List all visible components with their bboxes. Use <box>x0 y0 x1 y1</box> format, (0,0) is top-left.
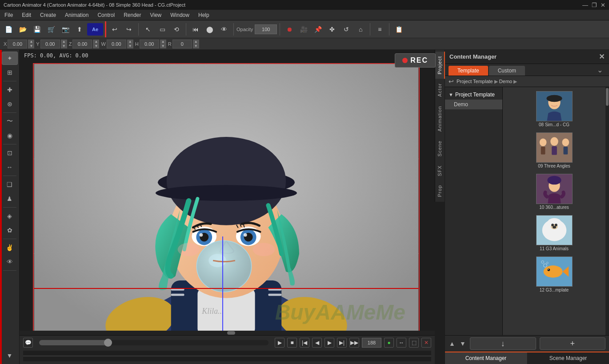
scroll-down-btn[interactable]: ▼ <box>459 340 466 347</box>
move-btn[interactable]: ✤ <box>325 23 339 36</box>
step-back-btn[interactable]: ◀ <box>312 338 322 348</box>
frame-input[interactable] <box>362 338 381 348</box>
h-spinner[interactable]: ▲▼ <box>160 40 166 48</box>
tool-figure[interactable]: ♟ <box>2 192 18 205</box>
thumbnail-item-1[interactable]: 08 Sim...d - CG <box>505 89 604 129</box>
camera2-btn[interactable]: 🎥 <box>297 23 310 36</box>
r-input[interactable] <box>172 40 192 48</box>
script-btn[interactable]: 📋 <box>392 23 405 36</box>
comment-btn[interactable]: 💬 <box>23 338 33 348</box>
tool-cloth[interactable]: ◈ <box>2 209 18 223</box>
content-manager-close-btn[interactable]: ✕ <box>599 52 605 61</box>
z-spinner[interactable]: ▲▼ <box>93 40 99 48</box>
tl-btn-2[interactable]: ↔ <box>397 338 406 348</box>
vtab-project[interactable]: Project <box>435 52 445 79</box>
step-fwd-btn[interactable]: ▶ <box>325 338 334 348</box>
thumbnail-item-5[interactable]: 12 G3...mplate <box>505 254 604 295</box>
menu-view[interactable]: View <box>145 10 166 20</box>
tool-pin[interactable]: ⊛ <box>2 97 18 111</box>
tab-custom[interactable]: Custom <box>489 66 525 76</box>
tab-template[interactable]: Template <box>449 66 488 76</box>
z-input[interactable] <box>72 40 92 48</box>
menu-render[interactable]: Render <box>119 10 145 20</box>
vtab-scene[interactable]: Scene <box>435 136 445 161</box>
menu-control[interactable]: Control <box>93 10 119 20</box>
menu-window[interactable]: Window <box>166 10 194 20</box>
scroll-up-btn[interactable]: ▲ <box>449 340 456 347</box>
visibility-btn[interactable]: 👁 <box>217 23 231 36</box>
menu-file[interactable]: File <box>0 10 17 20</box>
save-btn[interactable]: 💾 <box>30 23 44 36</box>
pin-btn[interactable]: 📌 <box>311 23 325 36</box>
undo-btn[interactable]: ↩ <box>108 23 121 36</box>
download-btn[interactable]: ↓ <box>470 337 536 350</box>
w-input[interactable] <box>107 40 126 48</box>
tool-eye[interactable]: 👁 <box>2 255 18 268</box>
select-tool[interactable]: ↖ <box>141 23 155 36</box>
tool-particle[interactable]: ✿ <box>2 224 18 237</box>
menu-help[interactable]: Help <box>194 10 214 20</box>
tl-expand-btn[interactable]: ⬚ <box>409 338 419 348</box>
tool-face[interactable]: ◉ <box>2 129 18 142</box>
mask-btn[interactable]: ⬤ <box>203 23 216 36</box>
opacity-input[interactable] <box>255 24 277 34</box>
new-btn[interactable]: 📄 <box>2 23 15 36</box>
r-spinner[interactable]: ▲▼ <box>193 40 199 48</box>
y-input[interactable] <box>40 40 60 48</box>
camera-btn[interactable]: 📷 <box>59 23 72 36</box>
tool-wave[interactable]: 〜 <box>2 115 18 128</box>
thumbnail-item-2[interactable]: 09 Three Angles <box>505 130 604 171</box>
tab-scene-manager[interactable]: Scene Manager <box>527 352 609 364</box>
maximize-btn[interactable]: ❐ <box>592 2 597 8</box>
last-frame-btn[interactable]: ▶▶ <box>349 338 359 348</box>
record-mode-btn[interactable]: ● <box>384 338 394 348</box>
timeline-scrubber[interactable] <box>39 340 268 345</box>
reset-btn[interactable]: ↺ <box>340 23 353 36</box>
scrubber-handle[interactable] <box>104 339 112 347</box>
close-btn[interactable]: ✕ <box>601 2 605 8</box>
ae-btn[interactable]: Ae <box>87 23 103 36</box>
open-btn[interactable]: 📂 <box>16 23 29 36</box>
next-key-btn[interactable]: ▶| <box>337 338 347 348</box>
playback-btn[interactable]: ⏮ <box>189 23 202 36</box>
tool-grid2[interactable]: ⊡ <box>2 146 18 160</box>
play-btn[interactable]: ▶ <box>275 338 284 348</box>
tool-puppet[interactable]: ✌ <box>2 241 18 254</box>
home-btn[interactable]: ⌂ <box>354 23 367 36</box>
marquee-tool[interactable]: ▭ <box>156 23 169 36</box>
thumbnail-item-4[interactable]: 11 G3 Animals <box>505 213 604 253</box>
prev-key-btn[interactable]: |◀ <box>300 338 309 348</box>
layers-btn[interactable]: ≡ <box>373 23 386 36</box>
thumbnail-item-3[interactable]: 10 360...atures <box>505 172 604 212</box>
tool-bone[interactable]: ✚ <box>2 83 18 96</box>
tool-bottom[interactable]: ▼ <box>2 349 18 362</box>
minimize-btn[interactable]: — <box>582 2 588 8</box>
tool-move[interactable]: ↔ <box>2 160 18 174</box>
tree-root[interactable]: ▼ Project Template <box>445 90 502 100</box>
import-btn[interactable]: 🛒 <box>44 23 58 36</box>
transform-tool[interactable]: ⟲ <box>170 23 183 36</box>
redo-btn[interactable]: ↪ <box>122 23 136 36</box>
tool-select[interactable]: ✦ <box>2 52 18 65</box>
export-btn[interactable]: ⬆ <box>73 23 86 36</box>
back-btn[interactable]: ↩ <box>449 78 454 85</box>
x-input[interactable] <box>8 40 27 48</box>
viewport-hscrollbar[interactable] <box>20 331 435 335</box>
vtab-actor[interactable]: Actor <box>435 79 445 101</box>
menu-edit[interactable]: Edit <box>17 10 36 20</box>
menu-create[interactable]: Create <box>36 10 60 20</box>
x-spinner[interactable]: ▲▼ <box>28 40 34 48</box>
tab-content-manager[interactable]: Content Manager <box>445 352 527 364</box>
w-spinner[interactable]: ▲▼ <box>127 40 133 48</box>
expand-btn[interactable]: ⌄ <box>594 66 605 76</box>
stop-btn[interactable]: ■ <box>287 338 297 348</box>
tool-3d[interactable]: ❑ <box>2 178 18 191</box>
tree-child-demo[interactable]: Demo <box>445 100 502 109</box>
h-input[interactable] <box>140 40 159 48</box>
vtab-sfx[interactable]: SFX <box>435 161 445 180</box>
menu-animation[interactable]: Animation <box>60 10 93 20</box>
tl-close-btn[interactable]: ✕ <box>421 338 431 348</box>
tool-grid[interactable]: ⊞ <box>2 66 18 79</box>
y-spinner[interactable]: ▲▼ <box>61 40 67 48</box>
record-btn[interactable]: ⏺ <box>283 23 296 36</box>
